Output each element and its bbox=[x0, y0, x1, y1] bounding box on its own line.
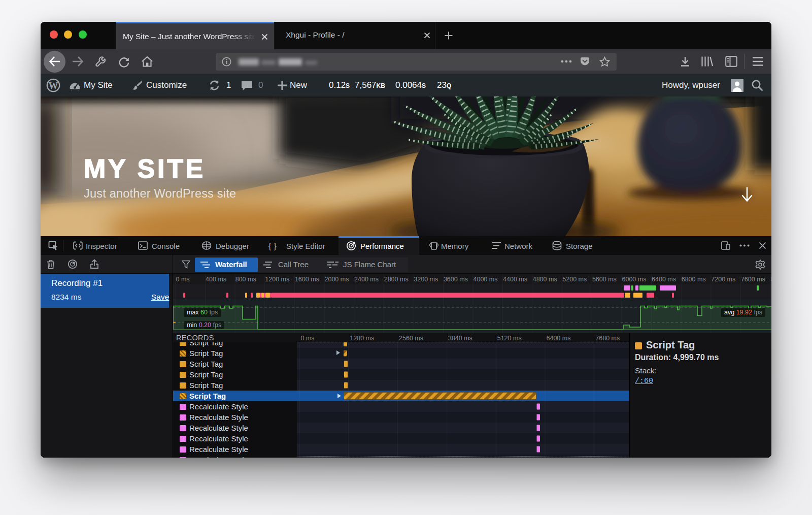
svg-text:W: W bbox=[49, 80, 58, 91]
